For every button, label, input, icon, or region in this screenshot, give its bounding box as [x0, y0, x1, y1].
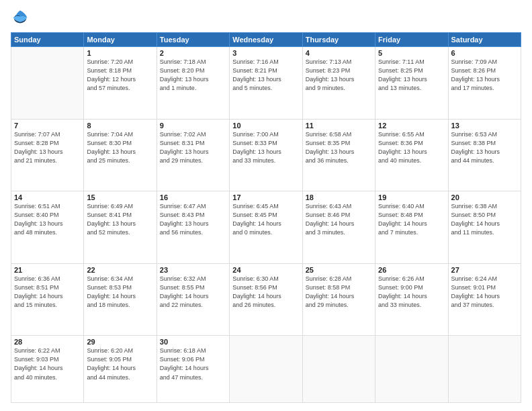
- calendar-cell: [230, 336, 302, 403]
- calendar-cell: 5Sunrise: 7:11 AM Sunset: 8:25 PM Daylig…: [375, 47, 448, 120]
- calendar-cell: [302, 336, 375, 403]
- calendar-cell: 16Sunrise: 6:47 AM Sunset: 8:43 PM Dayli…: [157, 191, 229, 264]
- day-info: Sunrise: 6:58 AM Sunset: 8:35 PM Dayligh…: [306, 130, 372, 165]
- calendar-cell: 7Sunrise: 7:07 AM Sunset: 8:28 PM Daylig…: [11, 119, 84, 191]
- day-number: 27: [451, 266, 518, 274]
- day-number: 15: [87, 193, 153, 201]
- day-info: Sunrise: 6:43 AM Sunset: 8:46 PM Dayligh…: [306, 202, 372, 237]
- day-info: Sunrise: 7:18 AM Sunset: 8:20 PM Dayligh…: [160, 58, 226, 93]
- day-info: Sunrise: 7:02 AM Sunset: 8:31 PM Dayligh…: [160, 130, 226, 165]
- day-number: 2: [160, 49, 226, 57]
- calendar-cell: 23Sunrise: 6:32 AM Sunset: 8:55 PM Dayli…: [157, 263, 229, 336]
- day-info: Sunrise: 6:40 AM Sunset: 8:48 PM Dayligh…: [378, 202, 445, 237]
- logo: [11, 8, 32, 27]
- page: SundayMondayTuesdayWednesdayThursdayFrid…: [0, 0, 532, 411]
- day-number: 6: [451, 49, 518, 57]
- day-info: Sunrise: 6:18 AM Sunset: 9:06 PM Dayligh…: [160, 347, 226, 381]
- day-info: Sunrise: 6:34 AM Sunset: 8:53 PM Dayligh…: [87, 275, 153, 310]
- calendar-header-thursday: Thursday: [302, 33, 375, 47]
- calendar-cell: 13Sunrise: 6:53 AM Sunset: 8:38 PM Dayli…: [448, 119, 521, 191]
- calendar-cell: [11, 47, 84, 120]
- day-info: Sunrise: 6:26 AM Sunset: 9:00 PM Dayligh…: [378, 275, 445, 310]
- day-info: Sunrise: 6:49 AM Sunset: 8:41 PM Dayligh…: [87, 202, 153, 237]
- day-number: 10: [232, 122, 299, 130]
- calendar-cell: 27Sunrise: 6:24 AM Sunset: 9:01 PM Dayli…: [448, 263, 521, 336]
- day-info: Sunrise: 6:47 AM Sunset: 8:43 PM Dayligh…: [160, 202, 226, 237]
- day-number: 19: [378, 193, 445, 201]
- calendar-cell: 18Sunrise: 6:43 AM Sunset: 8:46 PM Dayli…: [302, 191, 375, 264]
- calendar-table: SundayMondayTuesdayWednesdayThursdayFrid…: [11, 32, 521, 403]
- day-info: Sunrise: 6:28 AM Sunset: 8:58 PM Dayligh…: [306, 275, 372, 310]
- day-number: 25: [306, 266, 372, 274]
- calendar-header-friday: Friday: [375, 33, 448, 47]
- calendar-cell: 26Sunrise: 6:26 AM Sunset: 9:00 PM Dayli…: [375, 263, 448, 336]
- day-number: 7: [14, 122, 81, 130]
- calendar-cell: [448, 336, 521, 403]
- day-number: 3: [232, 49, 299, 57]
- day-info: Sunrise: 6:24 AM Sunset: 9:01 PM Dayligh…: [451, 275, 518, 310]
- day-number: 1: [87, 49, 153, 57]
- day-info: Sunrise: 7:16 AM Sunset: 8:21 PM Dayligh…: [232, 58, 299, 93]
- day-number: 28: [14, 338, 81, 346]
- day-info: Sunrise: 7:20 AM Sunset: 8:18 PM Dayligh…: [87, 58, 153, 93]
- calendar-cell: 10Sunrise: 7:00 AM Sunset: 8:33 PM Dayli…: [230, 119, 302, 191]
- day-number: 26: [378, 266, 445, 274]
- day-number: 8: [87, 122, 153, 130]
- day-number: 22: [87, 266, 153, 274]
- day-number: 23: [160, 266, 226, 274]
- calendar-cell: 11Sunrise: 6:58 AM Sunset: 8:35 PM Dayli…: [302, 119, 375, 191]
- calendar-cell: 24Sunrise: 6:30 AM Sunset: 8:56 PM Dayli…: [230, 263, 302, 336]
- day-number: 16: [160, 193, 226, 201]
- calendar-header-saturday: Saturday: [448, 33, 521, 47]
- calendar-cell: 1Sunrise: 7:20 AM Sunset: 8:18 PM Daylig…: [84, 47, 157, 120]
- day-info: Sunrise: 6:55 AM Sunset: 8:36 PM Dayligh…: [378, 130, 445, 165]
- day-number: 20: [451, 193, 518, 201]
- calendar-header-wednesday: Wednesday: [230, 33, 302, 47]
- day-info: Sunrise: 7:13 AM Sunset: 8:23 PM Dayligh…: [306, 58, 372, 93]
- calendar-header-row: SundayMondayTuesdayWednesdayThursdayFrid…: [11, 33, 521, 47]
- day-number: 9: [160, 122, 226, 130]
- day-info: Sunrise: 6:38 AM Sunset: 8:50 PM Dayligh…: [451, 202, 518, 237]
- day-number: 18: [306, 193, 372, 201]
- calendar-cell: 2Sunrise: 7:18 AM Sunset: 8:20 PM Daylig…: [157, 47, 229, 120]
- calendar-cell: 3Sunrise: 7:16 AM Sunset: 8:21 PM Daylig…: [230, 47, 302, 120]
- calendar-cell: 28Sunrise: 6:22 AM Sunset: 9:03 PM Dayli…: [11, 336, 84, 403]
- day-info: Sunrise: 7:07 AM Sunset: 8:28 PM Dayligh…: [14, 130, 81, 165]
- calendar-cell: 15Sunrise: 6:49 AM Sunset: 8:41 PM Dayli…: [84, 191, 157, 264]
- calendar-cell: 4Sunrise: 7:13 AM Sunset: 8:23 PM Daylig…: [302, 47, 375, 120]
- day-info: Sunrise: 6:36 AM Sunset: 8:51 PM Dayligh…: [14, 275, 81, 310]
- day-number: 17: [232, 193, 299, 201]
- calendar-cell: 6Sunrise: 7:09 AM Sunset: 8:26 PM Daylig…: [448, 47, 521, 120]
- day-info: Sunrise: 6:45 AM Sunset: 8:45 PM Dayligh…: [232, 202, 299, 237]
- calendar-cell: 17Sunrise: 6:45 AM Sunset: 8:45 PM Dayli…: [230, 191, 302, 264]
- day-number: 14: [14, 193, 81, 201]
- calendar-header-sunday: Sunday: [11, 33, 84, 47]
- calendar-cell: 8Sunrise: 7:04 AM Sunset: 8:30 PM Daylig…: [84, 119, 157, 191]
- logo-icon: [11, 8, 30, 27]
- day-number: 5: [378, 49, 445, 57]
- calendar-header-monday: Monday: [84, 33, 157, 47]
- day-number: 12: [378, 122, 445, 130]
- day-number: 21: [14, 266, 81, 274]
- calendar-cell: 29Sunrise: 6:20 AM Sunset: 9:05 PM Dayli…: [84, 336, 157, 403]
- calendar-cell: 19Sunrise: 6:40 AM Sunset: 8:48 PM Dayli…: [375, 191, 448, 264]
- day-number: 29: [87, 338, 153, 346]
- day-info: Sunrise: 6:51 AM Sunset: 8:40 PM Dayligh…: [14, 202, 81, 237]
- header: [11, 8, 521, 27]
- calendar-cell: 14Sunrise: 6:51 AM Sunset: 8:40 PM Dayli…: [11, 191, 84, 264]
- calendar-cell: 9Sunrise: 7:02 AM Sunset: 8:31 PM Daylig…: [157, 119, 229, 191]
- day-info: Sunrise: 7:09 AM Sunset: 8:26 PM Dayligh…: [451, 58, 518, 93]
- calendar-cell: 21Sunrise: 6:36 AM Sunset: 8:51 PM Dayli…: [11, 263, 84, 336]
- calendar-cell: 30Sunrise: 6:18 AM Sunset: 9:06 PM Dayli…: [157, 336, 229, 403]
- day-info: Sunrise: 7:04 AM Sunset: 8:30 PM Dayligh…: [87, 130, 153, 165]
- day-info: Sunrise: 6:30 AM Sunset: 8:56 PM Dayligh…: [232, 275, 299, 310]
- day-number: 30: [160, 338, 226, 346]
- calendar-header-tuesday: Tuesday: [157, 33, 229, 47]
- day-number: 13: [451, 122, 518, 130]
- calendar-cell: 12Sunrise: 6:55 AM Sunset: 8:36 PM Dayli…: [375, 119, 448, 191]
- day-info: Sunrise: 7:11 AM Sunset: 8:25 PM Dayligh…: [378, 58, 445, 93]
- day-number: 4: [306, 49, 372, 57]
- day-info: Sunrise: 6:22 AM Sunset: 9:03 PM Dayligh…: [14, 347, 81, 381]
- day-number: 11: [306, 122, 372, 130]
- calendar-cell: 25Sunrise: 6:28 AM Sunset: 8:58 PM Dayli…: [302, 263, 375, 336]
